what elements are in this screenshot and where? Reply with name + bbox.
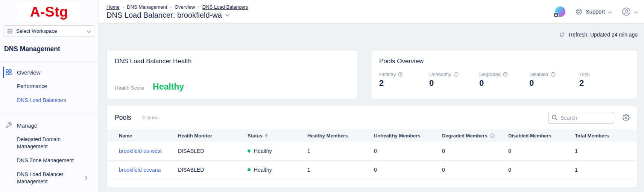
healthy-status-dot — [248, 149, 251, 152]
breadcrumb-separator: › — [170, 5, 172, 9]
divider — [0, 61, 98, 61]
healthy-members-cell: 1 — [307, 160, 374, 179]
gear-icon[interactable] — [623, 114, 630, 121]
table-row: brookfield-us-west DISABLED Healthy 1 0 … — [107, 142, 637, 160]
degraded-members-cell: 0 — [442, 160, 508, 179]
stat-label: Unhealthy — [429, 72, 451, 77]
sidebar-item-label: DNS Zone Management — [17, 157, 74, 164]
table-header-row: Name Health Monitor Status Healthy Membe… — [107, 129, 637, 142]
breadcrumb-dns-load-balancers[interactable]: DNS Load Balancers — [202, 4, 248, 10]
sort-icon[interactable] — [265, 134, 268, 138]
sidebar-section-title: DNS Management — [0, 45, 98, 53]
sidebar-item-manage[interactable]: Manage — [0, 118, 98, 133]
breadcrumb-separator: › — [123, 5, 124, 9]
info-icon[interactable] — [503, 72, 508, 77]
page-title: DNS Load Balancer: brookfield-wa — [106, 11, 222, 20]
search-box — [548, 112, 614, 123]
breadcrumb-home[interactable]: Home — [106, 4, 120, 10]
items-count: 2 items — [142, 115, 159, 120]
column-header-unhealthy-members: Unhealthy Members — [374, 129, 442, 142]
breadcrumb: Home › DNS Management › Overview › DNS L… — [106, 4, 248, 10]
divider — [0, 114, 98, 114]
main-area: Home › DNS Management › Overview › DNS L… — [99, 0, 644, 192]
column-header-disabled-members: Disabled Members — [508, 129, 575, 142]
account-menu[interactable] — [621, 7, 638, 17]
stat-unhealthy: Unhealthy 0 — [429, 72, 479, 88]
waffle-grid-icon — [7, 28, 13, 34]
grid-icon — [5, 69, 12, 76]
table-row: brookfield-oceana DISABLED Healthy 1 0 0… — [107, 160, 637, 179]
pools-overview-title: Pools Overview — [379, 58, 629, 65]
stat-value: 0 — [479, 78, 529, 88]
workspace-selector[interactable]: Select Workspace — [3, 25, 95, 37]
stat-value: 0 — [529, 78, 579, 88]
support-menu[interactable]: Support — [575, 8, 612, 15]
user-icon — [621, 7, 631, 17]
column-header-status[interactable]: Status — [248, 129, 307, 142]
stat-value: 0 — [429, 78, 479, 88]
breadcrumb-dns-management: DNS Management — [127, 4, 167, 10]
sidebar-item-dns-load-balancers[interactable]: DNS Load Balancers — [0, 93, 98, 107]
sidebar-item-overview[interactable]: Overview — [0, 65, 98, 79]
health-monitor-cell: DISABLED — [178, 142, 248, 160]
chevron-down-icon — [608, 8, 612, 15]
status-cell: Healthy — [248, 142, 307, 160]
summary-cards: DNS Load Balancer Health Health Score He… — [106, 51, 638, 99]
sidebar: A-Stg Select Workspace DNS Management Ov… — [0, 0, 99, 192]
dns-lb-health-card: DNS Load Balancer Health Health Score He… — [106, 51, 358, 99]
health-score-value: Healthy — [153, 82, 184, 92]
search-icon — [551, 114, 557, 120]
search-input[interactable] — [548, 112, 614, 123]
sidebar-item-label: DNS Load Balancers — [17, 97, 66, 104]
chevron-right-icon — [85, 175, 88, 182]
info-icon[interactable] — [551, 72, 556, 77]
sidebar-item-performance[interactable]: Performance — [0, 79, 98, 93]
sidebar-item-label: Manage — [17, 122, 37, 129]
info-icon[interactable] — [490, 133, 495, 138]
stat-healthy: Healthy 2 — [379, 72, 429, 88]
pool-link[interactable]: brookfield-oceana — [119, 167, 161, 173]
sidebar-item-dns-zone-management[interactable]: DNS Zone Management — [0, 154, 98, 168]
stat-value: 2 — [379, 78, 429, 88]
info-icon[interactable] — [398, 72, 403, 77]
active-indicator — [3, 67, 4, 78]
degraded-members-cell: 0 — [442, 142, 508, 160]
sidebar-item-dns-load-balancer-management[interactable]: DNS Load Balancer Management — [0, 168, 98, 189]
column-header-health-monitor: Health Monitor — [178, 129, 248, 142]
unhealthy-members-cell: 0 — [374, 142, 442, 160]
pools-table-title: Pools — [115, 114, 131, 122]
total-members-cell: 1 — [575, 160, 637, 179]
pools-table: Name Health Monitor Status Healthy Membe… — [107, 129, 637, 179]
refresh-button[interactable]: Refresh: Updated 24 min ago — [106, 30, 638, 39]
stat-disabled: Disabled 0 — [529, 72, 579, 88]
health-monitor-cell: DISABLED — [178, 160, 248, 179]
health-score-label: Health Score — [115, 85, 144, 91]
stat-label: Degraded — [479, 72, 501, 77]
column-header-healthy-members: Healthy Members — [307, 129, 374, 142]
stat-label: Healthy — [379, 72, 396, 77]
column-header-degraded-members: Degraded Members — [442, 129, 508, 142]
column-header-total-members: Total Members — [575, 129, 637, 142]
stat-label: Disabled — [529, 72, 548, 77]
sidebar-item-label: Delegated Domain Management — [17, 136, 70, 150]
healthy-members-cell: 1 — [307, 142, 374, 160]
title-chevron-down-icon[interactable] — [225, 14, 229, 17]
disabled-members-cell: 0 — [508, 142, 575, 160]
tenant-avatar[interactable] — [555, 6, 565, 17]
total-members-cell: 1 — [575, 142, 637, 160]
stat-degraded: Degraded 0 — [479, 72, 529, 88]
sidebar-item-label: Overview — [17, 69, 41, 76]
info-icon[interactable] — [454, 72, 459, 77]
column-header-name: Name — [107, 129, 178, 142]
pool-link[interactable]: brookfield-us-west — [119, 148, 162, 154]
top-bar: Home › DNS Management › Overview › DNS L… — [99, 0, 644, 24]
disabled-members-cell: 0 — [508, 160, 575, 179]
pools-overview-card: Pools Overview Healthy 2 Unhealthy 0 — [371, 51, 638, 99]
sidebar-item-label: Performance — [17, 83, 47, 90]
unhealthy-members-cell: 0 — [374, 160, 442, 179]
health-card-title: DNS Load Balancer Health — [115, 58, 349, 65]
support-label: Support — [586, 9, 605, 15]
breadcrumb-separator: › — [198, 5, 199, 9]
refresh-icon — [559, 32, 565, 38]
sidebar-item-delegated-domain-management[interactable]: Delegated Domain Management — [0, 133, 98, 154]
